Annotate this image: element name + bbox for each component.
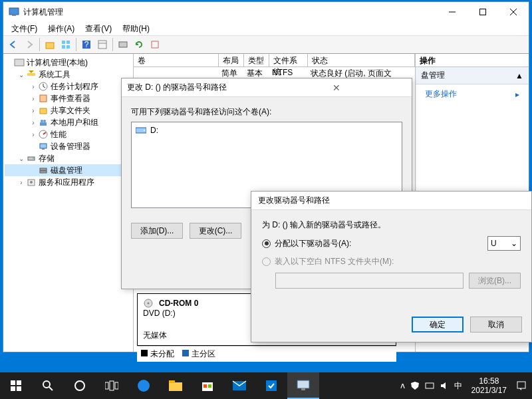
cortana-icon[interactable] bbox=[64, 372, 96, 399]
svg-rect-10 bbox=[66, 45, 70, 49]
ok-button[interactable]: 确定 bbox=[412, 317, 464, 332]
svg-rect-15 bbox=[119, 42, 127, 47]
col-status[interactable]: 状态 bbox=[308, 54, 415, 66]
svg-point-32 bbox=[33, 158, 34, 159]
minimize-button[interactable] bbox=[437, 2, 467, 22]
svg-rect-0 bbox=[9, 8, 19, 15]
svg-rect-6 bbox=[46, 43, 54, 49]
app-icon bbox=[9, 7, 19, 17]
menu-help[interactable]: 帮助(H) bbox=[118, 22, 154, 36]
mail-icon[interactable] bbox=[223, 372, 255, 399]
svg-rect-34 bbox=[40, 171, 47, 173]
col-layout[interactable]: 布局 bbox=[219, 54, 244, 66]
svg-point-25 bbox=[43, 120, 46, 122]
toolbar-icon-3[interactable] bbox=[148, 37, 162, 52]
explorer-icon[interactable] bbox=[160, 372, 192, 399]
menu-action[interactable]: 操作(A) bbox=[44, 22, 78, 36]
menu-file[interactable]: 文件(F) bbox=[7, 22, 41, 36]
svg-rect-3 bbox=[480, 9, 486, 15]
properties-button[interactable] bbox=[59, 37, 73, 52]
toolbar-icon-2[interactable] bbox=[116, 37, 130, 52]
notifications-icon[interactable] bbox=[516, 380, 527, 391]
tray-chevron-icon[interactable]: ʌ bbox=[400, 381, 405, 390]
assign-drive-letter-dialog: 更改驱动器号和路径 为 D: () 输入新的驱动器号或路径。 分配以下驱动器号(… bbox=[251, 191, 532, 342]
tree-localusers[interactable]: ›本地用户和组 bbox=[5, 116, 132, 128]
cdrom-icon bbox=[143, 298, 155, 309]
svg-rect-1 bbox=[12, 15, 16, 16]
tree-panel: 计算机管理(本地) ⌄系统工具 ›任务计划程序 ›事件查看器 ›共享文件夹 ›本… bbox=[3, 54, 134, 352]
tree-systools[interactable]: ⌄系统工具 bbox=[5, 68, 132, 80]
tree-sharedfolders[interactable]: ›共享文件夹 bbox=[5, 104, 132, 116]
maximize-button[interactable] bbox=[467, 2, 498, 22]
toolbar-icon-1[interactable] bbox=[95, 37, 110, 52]
svg-rect-61 bbox=[426, 383, 434, 388]
compmgmt-task-icon[interactable] bbox=[287, 372, 319, 399]
store-icon[interactable] bbox=[192, 372, 223, 399]
cancel-button[interactable]: 取消 bbox=[470, 317, 522, 332]
svg-rect-9 bbox=[62, 45, 65, 49]
refresh-icon[interactable] bbox=[132, 37, 146, 52]
actions-header: 操作 bbox=[416, 54, 529, 67]
svg-rect-13 bbox=[98, 41, 106, 49]
svg-rect-8 bbox=[66, 41, 70, 44]
up-button[interactable] bbox=[43, 37, 57, 52]
svg-point-51 bbox=[138, 380, 150, 392]
tree-eventviewer[interactable]: ›事件查看器 bbox=[5, 92, 132, 104]
help-button[interactable]: ? bbox=[79, 37, 94, 52]
tree-perf[interactable]: ›性能 bbox=[5, 128, 132, 140]
radio-assign-label: 分配以下驱动器号(A): bbox=[275, 238, 351, 249]
svg-rect-44 bbox=[17, 386, 21, 391]
tree-services[interactable]: ›服务和应用程序 bbox=[5, 176, 132, 188]
svg-rect-29 bbox=[40, 144, 47, 148]
svg-rect-62 bbox=[517, 382, 525, 388]
tree-devicemgr[interactable]: 设备管理器 bbox=[5, 140, 132, 152]
menu-view[interactable]: 查看(V) bbox=[81, 22, 116, 36]
tree-scheduler[interactable]: ›任务计划程序 bbox=[5, 80, 132, 92]
drive-icon bbox=[136, 126, 146, 134]
svg-text:?: ? bbox=[84, 40, 89, 49]
svg-point-40 bbox=[144, 130, 145, 131]
more-actions[interactable]: 更多操作 ▸ bbox=[416, 84, 529, 104]
col-volume[interactable]: 卷 bbox=[134, 54, 219, 66]
forward-button[interactable] bbox=[22, 37, 37, 52]
col-filesystem[interactable]: 文件系统 bbox=[269, 54, 308, 66]
tray-network-icon[interactable] bbox=[425, 381, 434, 390]
svg-rect-22 bbox=[40, 95, 47, 102]
ime-indicator[interactable]: 中 bbox=[454, 380, 462, 392]
arrow-right-icon: ▸ bbox=[515, 90, 519, 99]
dlg1-close-button[interactable]: ✕ bbox=[267, 82, 406, 93]
radio-mount-folder[interactable] bbox=[262, 257, 271, 266]
radio-assign-letter[interactable] bbox=[262, 239, 271, 248]
add-button[interactable]: 添加(D)... bbox=[131, 223, 183, 239]
legend: 未分配 主分区 bbox=[137, 346, 396, 362]
back-button[interactable] bbox=[6, 37, 21, 52]
close-button[interactable] bbox=[498, 2, 529, 22]
dlg2-title: 更改驱动器号和路径 bbox=[258, 195, 330, 206]
drive-letter-combo[interactable]: U ⌄ bbox=[487, 236, 521, 251]
tree-root[interactable]: 计算机管理(本地) bbox=[5, 57, 132, 68]
tray-volume-icon[interactable] bbox=[440, 381, 449, 390]
drive-list-item[interactable]: D: bbox=[134, 125, 399, 136]
mount-path-input bbox=[275, 273, 464, 289]
collapse-icon: ▲ bbox=[515, 71, 523, 80]
svg-rect-18 bbox=[27, 73, 35, 76]
svg-rect-49 bbox=[110, 381, 114, 390]
svg-point-24 bbox=[41, 120, 43, 122]
chevron-down-icon: ⌄ bbox=[511, 239, 517, 248]
browse-button: 浏览(B)... bbox=[469, 273, 521, 289]
start-button[interactable] bbox=[0, 372, 32, 399]
svg-rect-23 bbox=[40, 108, 47, 114]
security-icon[interactable] bbox=[255, 372, 287, 399]
tree-diskmgmt[interactable]: 磁盘管理 bbox=[5, 164, 132, 176]
tree-storage[interactable]: ⌄存储 bbox=[5, 152, 132, 164]
tray-shield-icon[interactable] bbox=[410, 381, 420, 390]
svg-rect-42 bbox=[17, 380, 21, 385]
search-icon[interactable] bbox=[32, 372, 64, 399]
edge-icon[interactable] bbox=[128, 372, 160, 399]
taskview-icon[interactable] bbox=[96, 372, 128, 399]
change-button[interactable]: 更改(C)... bbox=[190, 223, 241, 239]
clock[interactable]: 16:58 2021/3/17 bbox=[467, 376, 511, 395]
col-type[interactable]: 类型 bbox=[244, 54, 269, 66]
volume-grid-header: 卷 布局 类型 文件系统 状态 bbox=[134, 54, 415, 67]
actions-section[interactable]: 盘管理 ▲ bbox=[416, 67, 529, 84]
